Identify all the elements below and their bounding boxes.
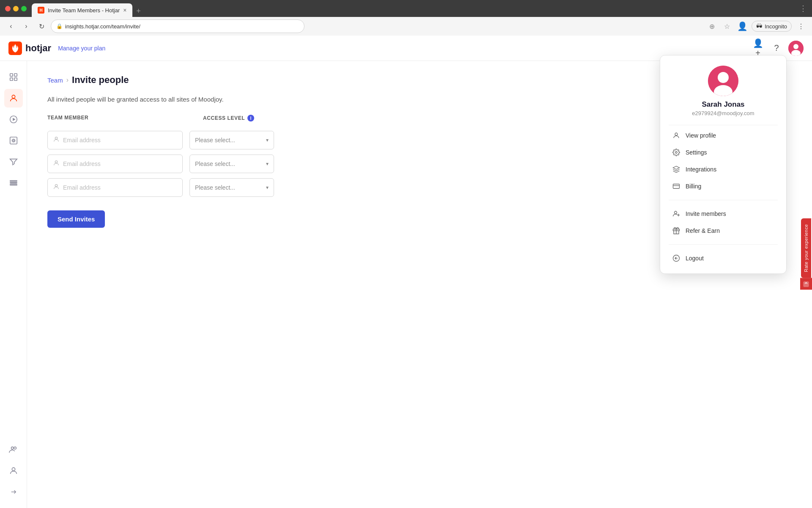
svg-point-2 (793, 44, 798, 49)
browser-forward-button[interactable]: › (20, 20, 32, 32)
maximize-window-button[interactable] (21, 6, 27, 11)
view-profile-icon (672, 131, 680, 140)
sidebar-item-user[interactable] (4, 461, 23, 480)
svg-point-30 (675, 211, 677, 214)
browser-chrome: H Invite Team Members - Hotjar × + ⋮ ‹ ›… (0, 0, 812, 36)
browser-menu-button[interactable]: ⋮ (799, 4, 807, 13)
invite-members-label: Invite members (686, 210, 726, 217)
menu-spacer (669, 195, 778, 198)
avatar-image (788, 41, 804, 56)
sidebar-bottom (4, 440, 23, 508)
email-user-icon-2 (53, 160, 60, 166)
svg-point-24 (718, 72, 729, 83)
cast-button[interactable]: ⊕ (706, 20, 718, 32)
rate-experience-tab[interactable]: Rate your experience (801, 218, 811, 278)
menu-spacer-2 (669, 202, 778, 205)
hotjar-flame-icon (8, 41, 22, 55)
invite-button[interactable]: 👤+ (751, 41, 765, 55)
profile-divider-1 (669, 125, 778, 125)
members-icon (9, 445, 18, 454)
svg-point-12 (12, 139, 15, 142)
incognito-button[interactable]: 🕶 Incognito (752, 21, 792, 32)
tab-close-button[interactable]: × (123, 7, 126, 14)
email-input-2[interactable] (63, 160, 177, 167)
sidebar-item-team[interactable] (4, 89, 23, 108)
browser-reload-button[interactable]: ↻ (36, 20, 47, 32)
settings-menu-icon (672, 148, 680, 157)
send-invites-button[interactable]: Send Invites (47, 210, 105, 228)
email-input-wrapper-1 (47, 131, 183, 149)
tab-favicon: H (38, 7, 44, 14)
select-placeholder-1: Please select... (195, 137, 235, 144)
browser-more-button[interactable]: ⋮ (795, 20, 807, 32)
profile-menu-billing[interactable]: Billing (669, 178, 778, 195)
profile-menu-refer-earn[interactable]: Refer & Earn (669, 222, 778, 239)
hotjar-wordmark: hotjar (25, 43, 51, 54)
user-avatar[interactable] (788, 41, 804, 56)
user-icon (9, 466, 18, 475)
breadcrumb-parent-link[interactable]: Team (47, 77, 63, 84)
profile-menu-view-profile[interactable]: View profile (669, 127, 778, 144)
close-window-button[interactable] (5, 6, 11, 11)
address-text: insights.hotjar.com/team/invite/ (65, 23, 299, 30)
access-select-3[interactable]: Please select... ▾ (189, 178, 274, 197)
new-tab-button[interactable]: + (132, 5, 144, 17)
funnels-icon (9, 157, 18, 166)
sidebar-item-heatmaps[interactable] (4, 131, 23, 150)
user-icon-2 (53, 160, 60, 168)
profile-menu-logout[interactable]: Logout (669, 250, 778, 267)
minimize-window-button[interactable] (13, 6, 19, 11)
expand-icon (10, 488, 17, 496)
select-arrow-3: ▾ (266, 185, 269, 190)
svg-point-13 (13, 140, 14, 141)
profile-divider-3 (669, 244, 778, 245)
sidebar-item-recordings[interactable] (4, 110, 23, 129)
select-placeholder-2: Please select... (195, 160, 235, 167)
logout-icon (672, 254, 680, 262)
email-input-wrapper-2 (47, 155, 183, 173)
email-user-icon-3 (53, 183, 60, 190)
svg-rect-4 (10, 74, 12, 76)
manage-plan-link[interactable]: Manage your plan (58, 45, 105, 52)
access-level-info-icon[interactable]: i (247, 115, 254, 121)
email-input-3[interactable] (63, 184, 177, 191)
sidebar-item-settings[interactable] (4, 174, 23, 192)
tab-bar: H Invite Team Members - Hotjar × + (32, 0, 794, 17)
profile-email: e2979924@moodjoy.com (692, 110, 754, 116)
access-select-1[interactable]: Please select... ▾ (189, 131, 274, 149)
browser-back-button[interactable]: ‹ (5, 20, 17, 32)
svg-rect-5 (14, 74, 16, 76)
svg-rect-15 (10, 181, 17, 182)
breadcrumb-separator: › (66, 76, 69, 84)
browser-titlebar: H Invite Team Members - Hotjar × + ⋮ (0, 0, 812, 17)
access-level-label: ACCESS LEVEL (203, 115, 245, 121)
address-bar[interactable]: 🔒 insights.hotjar.com/team/invite/ (51, 19, 304, 33)
dashboard-icon (9, 72, 18, 82)
profile-avatar-image (708, 66, 738, 96)
access-select-2[interactable]: Please select... ▾ (189, 155, 274, 173)
access-level-label-wrapper: ACCESS LEVEL i (203, 115, 288, 121)
help-button[interactable]: ? (770, 41, 783, 55)
email-user-icon-1 (53, 136, 60, 143)
browser-profile-button[interactable]: 👤 (736, 20, 748, 32)
rate-experience-widget[interactable]: Rate your experience (800, 218, 812, 290)
bookmark-button[interactable]: ☆ (721, 20, 733, 32)
profile-menu-integrations[interactable]: Integrations (669, 161, 778, 178)
refer-earn-icon (672, 226, 680, 235)
sidebar-item-dashboard[interactable] (4, 68, 23, 86)
rate-experience-icon[interactable] (800, 278, 812, 290)
traffic-lights (5, 6, 27, 11)
browser-tab-active[interactable]: H Invite Team Members - Hotjar × (32, 3, 132, 17)
sidebar-item-members[interactable] (4, 440, 23, 459)
svg-point-20 (55, 137, 57, 139)
sidebar-expand-button[interactable] (4, 483, 23, 501)
profile-menu-invite-members[interactable]: Invite members (669, 205, 778, 222)
profile-menu-settings[interactable]: Settings (669, 144, 778, 161)
svg-point-8 (12, 95, 15, 98)
full-page: H Invite Team Members - Hotjar × + ⋮ ‹ ›… (0, 0, 812, 508)
svg-rect-6 (10, 78, 12, 80)
logout-label: Logout (686, 255, 704, 262)
sidebar-item-funnels[interactable] (4, 152, 23, 171)
select-placeholder-3: Please select... (195, 184, 235, 191)
email-input-1[interactable] (63, 137, 177, 144)
